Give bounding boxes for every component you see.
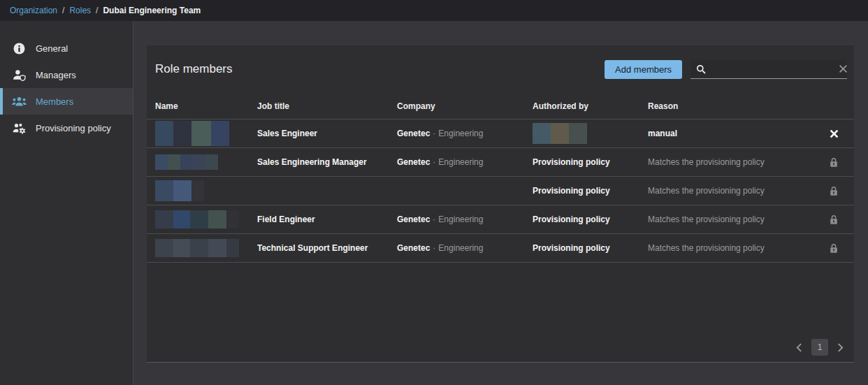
previous-page-button[interactable] [794, 341, 804, 354]
member-name-redacted [155, 121, 257, 146]
table-row[interactable]: Provisioning policyMatches the provision… [147, 177, 854, 205]
authorized-by-cell: Provisioning policy [533, 157, 648, 167]
member-name-cell [155, 121, 257, 146]
sidebar-item-general[interactable]: General [0, 35, 133, 61]
role-members-panel: Role members Add members [147, 45, 854, 363]
column-header-company: Company [397, 101, 533, 111]
next-page-button[interactable] [835, 341, 846, 354]
clear-search-icon[interactable] [837, 63, 849, 75]
reason-cell: Matches the provisioning policy [648, 215, 822, 224]
remove-member-icon[interactable] [828, 128, 840, 140]
page-number-button[interactable]: 1 [811, 339, 828, 356]
column-header-name: Name [155, 101, 257, 111]
page-title: Role members [155, 62, 233, 76]
sidebar: General Managers [0, 21, 133, 385]
reason-cell: Matches the provisioning policy [648, 186, 822, 196]
breadcrumb-separator: / [96, 6, 98, 15]
provisioning-gear-icon [11, 122, 27, 134]
company-cell: Genetec·Engineering [397, 215, 533, 224]
company-cell: Genetec·Engineering [397, 157, 533, 167]
row-action-cell [822, 157, 846, 168]
job-title-cell: Sales Engineering Manager [257, 157, 397, 167]
department-name: Engineering [438, 129, 483, 138]
company-cell: Genetec·Engineering [397, 129, 533, 138]
sidebar-item-label: Managers [36, 70, 76, 80]
table-body: Sales EngineerGenetec·EngineeringmanualS… [147, 119, 854, 263]
table-row[interactable]: Field EngineerGenetec·EngineeringProvisi… [147, 205, 854, 234]
company-cell: Genetec·Engineering [397, 243, 533, 253]
reason-cell: Matches the provisioning policy [648, 243, 822, 253]
company-separator: · [430, 243, 438, 253]
column-header-authorized-by: Authorized by [533, 101, 648, 111]
sidebar-item-provisioning-policy[interactable]: Provisioning policy [0, 115, 133, 141]
lock-icon [830, 186, 838, 196]
company-name: Genetec [397, 129, 430, 138]
row-action-cell [822, 128, 846, 140]
sidebar-item-label: General [36, 43, 68, 54]
member-name-cell [155, 154, 257, 170]
breadcrumb-link-roles[interactable]: Roles [69, 6, 91, 15]
row-action-cell [822, 186, 846, 196]
company-separator: · [430, 157, 438, 167]
member-name-redacted [155, 239, 257, 257]
sidebar-item-members[interactable]: Members [0, 88, 133, 115]
authorized-by-redacted [533, 123, 648, 144]
member-name-redacted [155, 180, 257, 201]
search-input[interactable] [710, 64, 833, 74]
company-name: Genetec [397, 157, 430, 167]
table-row[interactable]: Sales EngineerGenetec·Engineeringmanual [147, 119, 854, 148]
department-name: Engineering [438, 215, 483, 224]
header-actions: Add members [605, 59, 847, 79]
sidebar-item-label: Provisioning policy [36, 123, 111, 133]
app-window: Organization / Roles / Dubai Engineering… [0, 0, 868, 385]
authorized-by-cell [533, 123, 648, 144]
lock-icon [830, 157, 838, 168]
authorized-by-cell: Provisioning policy [533, 215, 648, 224]
pagination: 1 [794, 339, 846, 356]
member-name-redacted [155, 154, 257, 170]
department-name: Engineering [438, 157, 483, 167]
job-title-cell: Technical Support Engineer [257, 243, 397, 253]
sidebar-item-label: Members [36, 96, 73, 107]
panel-header: Role members Add members [147, 45, 854, 93]
table-header-row: Name Job title Company Authorized by Rea… [147, 93, 854, 119]
row-action-cell [822, 215, 846, 225]
job-title-cell: Field Engineer [257, 215, 397, 224]
breadcrumb-separator: / [62, 6, 64, 15]
reason-cell: Matches the provisioning policy [648, 157, 822, 167]
lock-icon [830, 243, 838, 254]
table-row[interactable]: Technical Support EngineerGenetec·Engine… [147, 234, 854, 263]
authorized-by-cell: Provisioning policy [533, 243, 648, 253]
member-name-redacted [155, 210, 257, 228]
member-name-cell [155, 210, 257, 228]
add-members-button[interactable]: Add members [605, 60, 682, 79]
breadcrumb-current-page: Dubai Engineering Team [103, 6, 201, 15]
authorized-by-cell: Provisioning policy [533, 186, 648, 196]
table-row[interactable]: Sales Engineering ManagerGenetec·Enginee… [147, 148, 854, 177]
sidebar-item-managers[interactable]: Managers [0, 61, 133, 88]
company-name: Genetec [397, 215, 430, 224]
company-separator: · [430, 215, 438, 224]
info-icon [11, 43, 27, 55]
column-header-job-title: Job title [257, 101, 397, 111]
job-title-cell: Sales Engineer [257, 129, 397, 138]
search-box[interactable] [690, 59, 847, 79]
row-action-cell [822, 243, 846, 254]
department-name: Engineering [438, 243, 483, 253]
breadcrumb-link-organization[interactable]: Organization [10, 6, 57, 15]
manager-shield-icon [11, 69, 27, 81]
company-name: Genetec [397, 243, 430, 253]
member-name-cell [155, 180, 257, 201]
reason-cell: manual [648, 129, 822, 138]
search-icon [696, 64, 706, 74]
member-name-cell [155, 239, 257, 257]
lock-icon [830, 215, 838, 225]
members-group-icon [11, 96, 27, 107]
breadcrumb: Organization / Roles / Dubai Engineering… [0, 0, 868, 21]
company-separator: · [430, 129, 438, 138]
column-header-reason: Reason [648, 101, 822, 111]
